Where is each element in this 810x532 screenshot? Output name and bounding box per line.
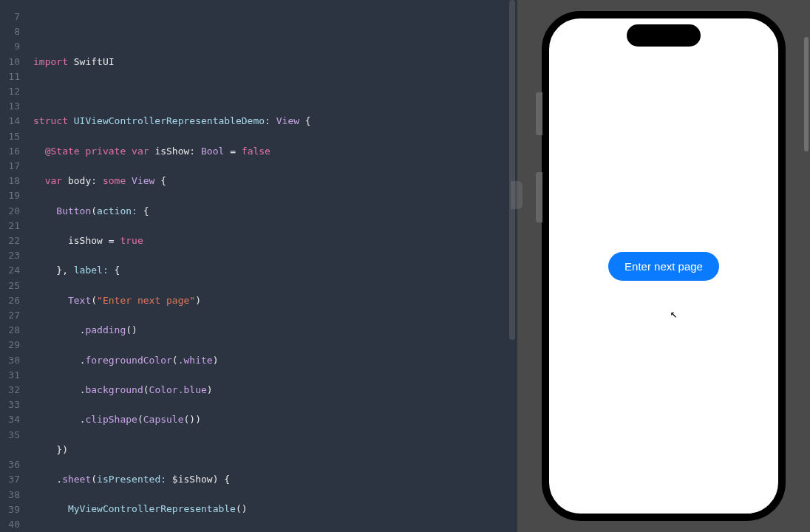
code-editor-pane: 7 8 9 10 11 12 13 14 15 16 17 18 19 20 2… [0, 0, 517, 532]
editor-vertical-scrollbar[interactable] [509, 0, 515, 340]
line-number: 23 [0, 248, 26, 263]
line-number: 10 [0, 55, 26, 69]
line-number: 35 [0, 428, 26, 443]
line-number: 40 [0, 517, 26, 532]
line-number: 25 [0, 279, 26, 293]
phone-side-button [536, 172, 542, 222]
line-number: 39 [0, 502, 26, 517]
line-number: 22 [0, 233, 26, 248]
dynamic-island [627, 24, 701, 47]
code-line [33, 24, 517, 39]
line-number: 31 [0, 368, 26, 383]
code-text-area[interactable]: import SwiftUI struct UIViewControllerRe… [26, 0, 517, 532]
line-number: 33 [0, 398, 26, 412]
code-line: .foregroundColor(.white) [33, 353, 517, 368]
line-number: 30 [0, 353, 26, 368]
line-number: 21 [0, 219, 26, 233]
line-number: 27 [0, 308, 26, 323]
line-number-gutter: 7 8 9 10 11 12 13 14 15 16 17 18 19 20 2… [0, 0, 26, 532]
line-number: 24 [0, 263, 26, 278]
code-line: isShow = true [33, 233, 517, 248]
line-number: 11 [0, 69, 26, 84]
line-number: 17 [0, 159, 26, 174]
code-line: struct UIViewControllerRepresentableDemo… [33, 114, 517, 129]
code-line: Button(action: { [33, 204, 517, 219]
code-line: .padding() [33, 323, 517, 338]
code-line [33, 84, 517, 99]
line-number: 34 [0, 412, 26, 427]
preview-collapse-handle[interactable] [511, 181, 523, 209]
code-line: }) [33, 443, 517, 457]
code-line: var body: some View { [33, 174, 517, 188]
enter-next-page-button[interactable]: Enter next page [608, 252, 719, 281]
phone-side-button [536, 92, 542, 135]
line-number: 29 [0, 338, 26, 352]
line-number: 36 [0, 457, 26, 472]
code-line: }, label: { [33, 263, 517, 278]
line-number: 20 [0, 204, 26, 219]
line-number: 8 [0, 24, 26, 39]
line-number: 16 [0, 144, 26, 159]
iphone-simulator-frame: Enter next page ↖ [542, 11, 786, 521]
code-line: Text("Enter next page") [33, 293, 517, 308]
line-number: 14 [0, 114, 26, 129]
line-number: 9 [0, 39, 26, 54]
line-number: 12 [0, 84, 26, 99]
line-number: 19 [0, 188, 26, 203]
line-number: 38 [0, 488, 26, 502]
line-number: 18 [0, 174, 26, 188]
line-number: 37 [0, 472, 26, 487]
code-line: import SwiftUI [33, 55, 517, 69]
preview-vertical-scrollbar[interactable] [804, 37, 809, 151]
preview-pane: Enter next page ↖ [517, 0, 810, 532]
code-line: .clipShape(Capsule()) [33, 412, 517, 427]
code-line: MyViewControllerRepresentable() [33, 502, 517, 516]
code-container: 7 8 9 10 11 12 13 14 15 16 17 18 19 20 2… [0, 0, 517, 532]
line-number: 26 [0, 293, 26, 308]
line-number [0, 443, 26, 457]
code-line: .sheet(isPresented: $isShow) { [33, 472, 517, 487]
line-number: 7 [0, 10, 26, 24]
code-line: @State private var isShow: Bool = false [33, 144, 517, 159]
line-number: 15 [0, 129, 26, 144]
line-number: 32 [0, 383, 26, 398]
cursor-icon: ↖ [670, 307, 678, 321]
line-number: 13 [0, 99, 26, 114]
code-line: .background(Color.blue) [33, 383, 517, 398]
line-number: 28 [0, 323, 26, 338]
